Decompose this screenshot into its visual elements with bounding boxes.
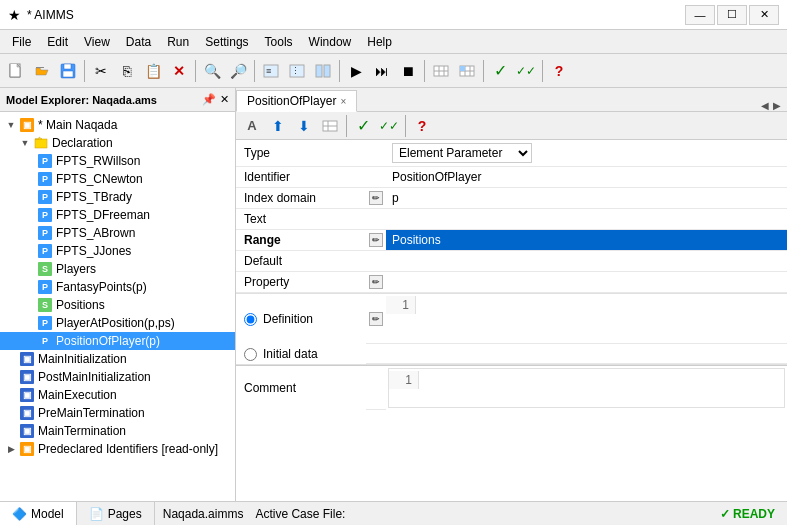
default-value (386, 251, 787, 272)
step-button[interactable]: ⏭ (370, 59, 394, 83)
prop-toolbar-up[interactable]: ⬆ (266, 114, 290, 138)
explorer-close[interactable]: ✕ (220, 93, 229, 106)
menu-file[interactable]: File (4, 33, 39, 51)
tree-item-players[interactable]: S Players (0, 260, 235, 278)
tree-label-players: Players (56, 262, 96, 276)
grid-btn1[interactable] (429, 59, 453, 83)
menu-data[interactable]: Data (118, 33, 159, 51)
tab-close[interactable]: × (340, 96, 346, 107)
tree-item-fpts-d[interactable]: P FPTS_DFreeman (0, 206, 235, 224)
cut-button[interactable]: ✂ (89, 59, 113, 83)
delete-button[interactable]: ✕ (167, 59, 191, 83)
prop-toolbar-grid[interactable] (318, 114, 342, 138)
def-edit-icon[interactable]: ✏ (369, 312, 383, 326)
menu-window[interactable]: Window (301, 33, 360, 51)
menu-settings[interactable]: Settings (197, 33, 256, 51)
tab-arrow-left[interactable]: ◀ (759, 100, 771, 111)
type-select[interactable]: Element Parameter (392, 143, 532, 163)
svg-rect-5 (63, 71, 73, 77)
tab-posofplayer[interactable]: PositionOfPlayer × (236, 90, 357, 112)
prop-toolbar-down[interactable]: ⬇ (292, 114, 316, 138)
new-button[interactable] (4, 59, 28, 83)
tree-item-fantasy[interactable]: P FantasyPoints(p) (0, 278, 235, 296)
tree-item-fpts-a[interactable]: P FPTS_ABrown (0, 224, 235, 242)
tree-expand-predecl[interactable]: ▶ (4, 442, 18, 456)
tree-item-fpts-c[interactable]: P FPTS_CNewton (0, 170, 235, 188)
titlebar: ★ * AIMMS — ☐ ✕ (0, 0, 787, 30)
tree-icon-fpts-a: P (36, 225, 54, 241)
search-button[interactable]: 🔍 (200, 59, 224, 83)
tree-item-maininit[interactable]: ▣ MainInitialization (0, 350, 235, 368)
tree-item-mainexec[interactable]: ▣ MainExecution (0, 386, 235, 404)
range-value[interactable]: Positions (386, 230, 787, 251)
tree-icon-maininit: ▣ (18, 351, 36, 367)
svg-rect-20 (460, 66, 465, 71)
comment-content[interactable]: 1 (388, 368, 785, 408)
close-button[interactable]: ✕ (749, 5, 779, 25)
minimize-button[interactable]: — (685, 5, 715, 25)
tree-expand-main[interactable]: ▼ (4, 118, 18, 132)
explorer-pin[interactable]: 📌 (202, 93, 216, 106)
tree-item-fpts-t[interactable]: P FPTS_TBrady (0, 188, 235, 206)
stop-button[interactable]: ⏹ (396, 59, 420, 83)
tb-btn-c[interactable] (311, 59, 335, 83)
save-button[interactable] (56, 59, 80, 83)
toolbar-sep2 (195, 60, 196, 82)
right-panel: PositionOfPlayer × ◀ ▶ A ⬆ ⬇ ✓ ✓✓ ? (236, 88, 787, 501)
menu-help[interactable]: Help (359, 33, 400, 51)
check-btn2[interactable]: ✓✓ (514, 59, 538, 83)
tb-btn-a[interactable]: ≡ (259, 59, 283, 83)
indexdomain-edit-icon[interactable]: ✏ (369, 191, 383, 205)
tree-item-postmaininit[interactable]: ▣ PostMainInitialization (0, 368, 235, 386)
definition-content[interactable]: 1 (386, 294, 787, 344)
initialdata-content (386, 344, 787, 364)
property-edit-icon[interactable]: ✏ (369, 275, 383, 289)
tree-item-premaintermin[interactable]: ▣ PreMainTermination (0, 404, 235, 422)
prop-help[interactable]: ? (410, 114, 434, 138)
run-button[interactable]: ▶ (344, 59, 368, 83)
app-title: * AIMMS (27, 8, 74, 22)
svg-rect-10 (316, 65, 322, 77)
grid-btn2[interactable] (455, 59, 479, 83)
definition-radio[interactable] (244, 313, 257, 326)
copy-button[interactable]: ⎘ (115, 59, 139, 83)
pages-tab-icon: 📄 (89, 507, 104, 521)
open-button[interactable] (30, 59, 54, 83)
initialdata-radio[interactable] (244, 348, 257, 361)
tree-item-posofplayer[interactable]: P PositionOfPlayer(p) (0, 332, 235, 350)
menu-view[interactable]: View (76, 33, 118, 51)
range-edit-icon[interactable]: ✏ (369, 233, 383, 247)
tree-icon-fpts-j: P (36, 243, 54, 259)
tree-icon-decl (32, 135, 50, 151)
help-btn[interactable]: ? (547, 59, 571, 83)
tree-item-playeratpos[interactable]: P PlayerAtPosition(p,ps) (0, 314, 235, 332)
status-tab-pages[interactable]: 📄 Pages (77, 502, 155, 525)
def-line-number: 1 (386, 296, 416, 314)
tree-item-main[interactable]: ▼ ▣ * Main Naqada (0, 116, 235, 134)
menu-tools[interactable]: Tools (257, 33, 301, 51)
maximize-button[interactable]: ☐ (717, 5, 747, 25)
prop-check1[interactable]: ✓ (351, 114, 375, 138)
toolbar-sep5 (424, 60, 425, 82)
tree-label-decl: Declaration (52, 136, 113, 150)
tree-item-maintermin[interactable]: ▣ MainTermination (0, 422, 235, 440)
tab-arrow-right[interactable]: ▶ (771, 100, 783, 111)
paste-button[interactable]: 📋 (141, 59, 165, 83)
tree-item-decl[interactable]: ▼ Declaration (0, 134, 235, 152)
menu-edit[interactable]: Edit (39, 33, 76, 51)
tb-btn-b[interactable]: ⋮ (285, 59, 309, 83)
menu-run[interactable]: Run (159, 33, 197, 51)
comment-icon-cell (366, 366, 386, 410)
tree-item-positions[interactable]: S Positions (0, 296, 235, 314)
prop-toolbar-A[interactable]: A (240, 114, 264, 138)
status-tab-model[interactable]: 🔷 Model (0, 502, 77, 525)
svg-marker-22 (35, 137, 42, 139)
tree-expand-decl[interactable]: ▼ (18, 136, 32, 150)
tree-item-fpts-j[interactable]: P FPTS_JJones (0, 242, 235, 260)
property-grid: Type Element Parameter Identifier Positi… (236, 140, 787, 294)
check-btn1[interactable]: ✓ (488, 59, 512, 83)
prop-check2[interactable]: ✓✓ (377, 114, 401, 138)
tree-item-fpts-r[interactable]: P FPTS_RWillson (0, 152, 235, 170)
search2-button[interactable]: 🔎 (226, 59, 250, 83)
tree-item-predecl[interactable]: ▶ ▣ Predeclared Identifiers [read-only] (0, 440, 235, 458)
